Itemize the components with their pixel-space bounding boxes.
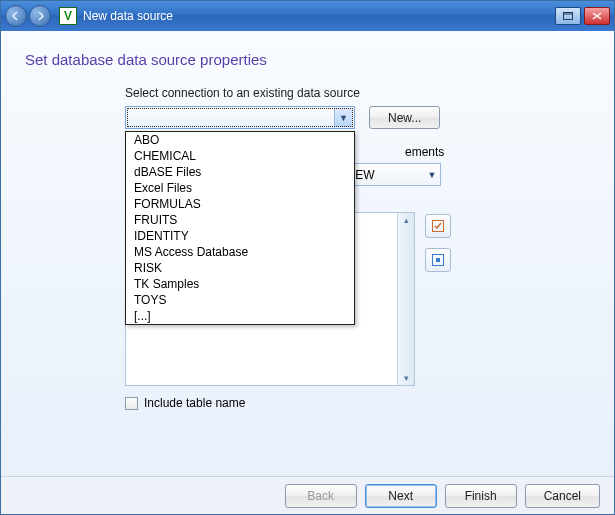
dropdown-item[interactable]: FRUITS xyxy=(126,212,354,228)
connection-dropdown-list[interactable]: ABOCHEMICALdBASE FilesExcel FilesFORMULA… xyxy=(125,131,355,325)
nav-forward-button[interactable] xyxy=(29,5,51,27)
chevron-down-icon: ▼ xyxy=(424,164,440,185)
back-button: Back xyxy=(285,484,357,508)
svg-rect-4 xyxy=(436,258,440,262)
dropdown-item[interactable]: CHEMICAL xyxy=(126,148,354,164)
nav-arrows xyxy=(5,5,51,27)
cancel-button[interactable]: Cancel xyxy=(525,484,600,508)
maximize-button[interactable] xyxy=(555,7,581,25)
dropdown-item[interactable]: TK Samples xyxy=(126,276,354,292)
page-heading: Set database data source properties xyxy=(25,51,596,68)
wizard-footer: Back Next Finish Cancel xyxy=(1,476,614,514)
include-table-checkbox[interactable] xyxy=(125,397,138,410)
dropdown-item[interactable]: ABO xyxy=(126,132,354,148)
window-controls xyxy=(555,7,610,25)
new-connection-button[interactable]: New... xyxy=(369,106,440,129)
next-button[interactable]: Next xyxy=(365,484,437,508)
include-table-label: Include table name xyxy=(144,396,245,410)
dropdown-item[interactable]: dBASE Files xyxy=(126,164,354,180)
title-bar: V New data source xyxy=(1,1,614,31)
dropdown-item[interactable]: RISK xyxy=(126,260,354,276)
nav-back-button[interactable] xyxy=(5,5,27,27)
finish-button[interactable]: Finish xyxy=(445,484,517,508)
close-button[interactable] xyxy=(584,7,610,25)
dropdown-item[interactable]: IDENTITY xyxy=(126,228,354,244)
connection-combo[interactable]: ▼ xyxy=(125,106,355,129)
chevron-down-icon: ▼ xyxy=(334,108,352,127)
deselect-all-button[interactable] xyxy=(425,248,451,272)
dropdown-item[interactable]: [...] xyxy=(126,308,354,324)
select-all-button[interactable] xyxy=(425,214,451,238)
app-icon: V xyxy=(59,7,77,25)
window-title: New data source xyxy=(83,9,173,23)
connection-label: Select connection to an existing data so… xyxy=(125,86,596,100)
dropdown-item[interactable]: MS Access Database xyxy=(126,244,354,260)
dropdown-item[interactable]: TOYS xyxy=(126,292,354,308)
wizard-body: Set database data source properties Sele… xyxy=(1,31,614,476)
dropdown-item[interactable]: FORMULAS xyxy=(126,196,354,212)
dropdown-item[interactable]: Excel Files xyxy=(126,180,354,196)
scrollbar[interactable] xyxy=(397,213,414,385)
